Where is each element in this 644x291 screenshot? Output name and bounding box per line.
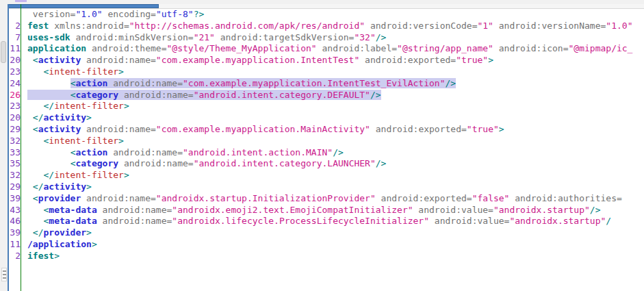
token-val: "@style/Theme_MyApplication" — [167, 43, 317, 53]
code-line[interactable]: 24 <action android:name="com.example.mya… — [9, 78, 644, 90]
token-delim: > — [118, 136, 124, 146]
token-tagteal: ifest — [27, 251, 54, 261]
token-delim: < — [33, 193, 38, 203]
token-val: "com.example.myapplication.MainActivity" — [156, 124, 370, 134]
token-attr: android:versionName= — [493, 21, 606, 31]
token-tagred: intent-filter — [54, 101, 124, 111]
code-line[interactable]: 2ifest> — [9, 251, 644, 262]
code-text: </activity> — [23, 112, 92, 124]
code-line[interactable]: 46 <meta-data android:name="androidx.lif… — [9, 216, 644, 227]
code-line[interactable]: 2fest xmlns:android="http://schemas.andr… — [9, 21, 644, 32]
token-delim: > — [86, 181, 92, 192]
token-delim: > — [124, 170, 129, 180]
token-delim: > — [86, 227, 92, 238]
code-text: <meta-data android:name="androidx.lifecy… — [23, 216, 611, 227]
token-val: "com.example.myapplication.IntentTest_Ev… — [183, 78, 446, 88]
token-val: "32" — [354, 32, 375, 42]
left-scrollbar-thumb[interactable] — [1, 41, 6, 63]
token-tagblue: category — [75, 90, 118, 100]
code-line[interactable]: 23 <intent-filter> — [9, 66, 644, 78]
token-tagteal: application — [27, 43, 86, 53]
token-attr: android:exported= — [370, 124, 467, 134]
code-text: /application> — [23, 239, 97, 251]
selection-highlight: <action android:name="com.example.myappl… — [70, 78, 456, 88]
token-delim: /> — [376, 158, 387, 168]
code-text: <action android:name="android.intent.act… — [23, 147, 344, 159]
token-attr: android:name= — [81, 193, 156, 203]
token-delim: </ — [43, 101, 54, 111]
token-attr: android:name= — [81, 124, 156, 134]
code-line[interactable]: 39 <provider android:name="androidx.star… — [9, 193, 644, 205]
code-text: <provider android:name="androidx.startup… — [23, 193, 622, 205]
code-editor[interactable]: version="1.0" encoding="utf-8"?>2fest xm… — [9, 9, 644, 291]
code-text: <meta-data android:name="androidx.emoji2… — [23, 205, 601, 216]
token-delim: </ — [43, 170, 54, 180]
token-delim: /> — [590, 205, 601, 215]
code-line[interactable]: 26 <category android:name="android.inten… — [9, 90, 644, 101]
code-text: uses-sdk android:minSdkVersion="21" andr… — [23, 32, 386, 44]
token-val: "1" — [477, 21, 493, 31]
code-line[interactable]: 20 </activity> — [9, 112, 644, 124]
token-tagblue: activity — [43, 112, 86, 123]
gutter-separator — [21, 4, 21, 291]
code-text: </intent-filter> — [23, 101, 129, 112]
code-line[interactable]: 35 <category android:name="android.inten… — [9, 158, 644, 170]
code-line[interactable]: 11/application> — [9, 239, 644, 251]
token-val: "androidx.startup" — [509, 216, 606, 226]
token-tagred: intent-filter — [49, 136, 118, 146]
token-delim: </ — [33, 227, 44, 238]
code-line[interactable]: 11application android:theme="@style/Them… — [9, 43, 644, 55]
token-delim: < — [33, 124, 38, 134]
code-text: application android:theme="@style/Theme_… — [23, 43, 632, 55]
token-tagblue: meta-data — [49, 205, 96, 215]
code-line[interactable]: version="1.0" encoding="utf-8"?> — [9, 9, 644, 21]
code-line[interactable]: 7uses-sdk android:minSdkVersion="21" and… — [9, 32, 644, 44]
code-line[interactable]: 29 </activity> — [9, 181, 644, 193]
token-val: "@string/app_name" — [397, 43, 493, 53]
token-val: "android.intent.category.DEFAULT" — [194, 90, 370, 100]
token-delim: > — [54, 251, 60, 261]
code-text: <activity android:name="com.example.myap… — [23, 124, 504, 136]
token-val: "androidx.startup.InitializationProvider… — [156, 193, 376, 203]
token-delim: > — [488, 55, 493, 65]
code-text: </provider> — [23, 227, 92, 239]
code-line[interactable]: 32 <intent-filter> — [9, 136, 644, 147]
code-text: ifest> — [23, 251, 60, 262]
token-delim: /> — [376, 32, 387, 42]
token-val: "http://schemas.android.com/apk/res/andr… — [129, 21, 365, 31]
token-attr: android:name= — [118, 158, 194, 168]
token-delim: </ — [33, 112, 44, 123]
code-line[interactable]: 39 </provider> — [9, 227, 644, 239]
token-val: "1.0" — [606, 21, 632, 31]
tab-fragment — [15, 0, 27, 2]
code-text: </activity> — [23, 181, 92, 193]
token-val: "androidx.lifecycle.ProcessLifecycleInit… — [172, 216, 429, 226]
token-attr: android:name= — [97, 216, 172, 226]
horizontal-scrollbar[interactable] — [0, 4, 644, 9]
token-delim: </ — [33, 181, 44, 192]
token-attr: android:name= — [81, 55, 156, 65]
token-attr: android:minSdkVersion= — [70, 32, 194, 42]
code-line[interactable]: 33 <action android:name="android.intent.… — [9, 147, 644, 159]
code-line[interactable]: 32 </intent-filter> — [9, 170, 644, 181]
left-panel-strip — [0, 0, 8, 291]
code-line[interactable]: 23 </intent-filter> — [9, 101, 644, 112]
token-val: "false" — [472, 193, 510, 203]
code-line[interactable]: 43 <meta-data android:name="androidx.emo… — [9, 205, 644, 216]
token-val: "com.example.myapplication.IntentTest" — [156, 55, 359, 65]
token-tagblue: action — [75, 78, 107, 88]
code-line[interactable]: 29 <activity android:name="com.example.m… — [9, 124, 644, 136]
token-tagblue: activity — [38, 55, 81, 65]
token-tagblue: category — [75, 158, 118, 168]
token-tagteal: fest — [27, 21, 49, 31]
selection-highlight: <category android:name="android.intent.c… — [27, 90, 381, 100]
splitter-grip-icon[interactable] — [1, 268, 7, 281]
token-val: "androidx.startup" — [493, 205, 590, 215]
token-attr: version= — [33, 9, 76, 19]
token-tagblue: /application — [27, 239, 92, 249]
token-delim: < — [33, 55, 38, 65]
horizontal-scrollbar-thumb[interactable] — [8, 4, 159, 8]
token-delim: /> — [446, 78, 456, 88]
token-delim: ?> — [194, 9, 205, 19]
code-line[interactable]: 20 <activity android:name="com.example.m… — [9, 55, 644, 66]
